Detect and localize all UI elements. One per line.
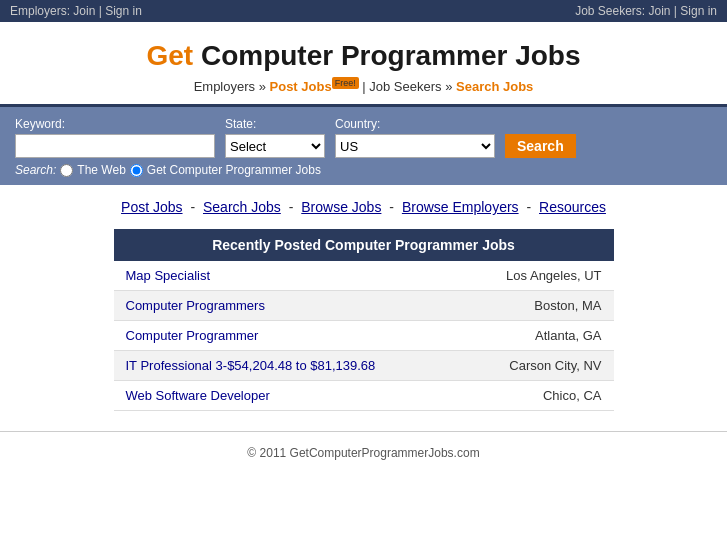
jobseekers-label: Job Seekers — [369, 79, 441, 94]
job-title-cell: Computer Programmer — [114, 321, 462, 351]
job-location: Los Angeles, UT — [462, 261, 614, 291]
search-section: Keyword: State: Select Country: US Searc… — [0, 107, 727, 185]
job-title-cell: IT Professional 3-$54,204.48 to $81,139.… — [114, 351, 462, 381]
nav-links: Post Jobs - Search Jobs - Browse Jobs - … — [0, 185, 727, 229]
nav-browse-jobs[interactable]: Browse Jobs — [301, 199, 381, 215]
nav-browse-employers[interactable]: Browse Employers — [402, 199, 519, 215]
job-title-link[interactable]: Map Specialist — [126, 268, 211, 283]
employers-label: Employers — [194, 79, 255, 94]
search-button[interactable]: Search — [505, 134, 576, 158]
radio-web-label: The Web — [77, 163, 125, 177]
radio-site-label: Get Computer Programmer Jobs — [147, 163, 321, 177]
table-row: Computer Programmers Boston, MA — [114, 291, 614, 321]
state-select[interactable]: Select — [225, 134, 325, 158]
title-get: Get — [146, 40, 193, 71]
post-jobs-link[interactable]: Post Jobs — [270, 79, 332, 94]
country-field: Country: US — [335, 117, 495, 158]
job-title-cell: Web Software Developer — [114, 381, 462, 411]
search-row: Keyword: State: Select Country: US Searc… — [15, 117, 712, 158]
table-row: Computer Programmer Atlanta, GA — [114, 321, 614, 351]
site-title: Get Computer Programmer Jobs — [10, 40, 717, 72]
header-links: Employers » Post JobsFree! | Job Seekers… — [10, 78, 717, 94]
keyword-input[interactable] — [15, 134, 215, 158]
table-row: IT Professional 3-$54,204.48 to $81,139.… — [114, 351, 614, 381]
table-row: Web Software Developer Chico, CA — [114, 381, 614, 411]
job-location: Carson City, NV — [462, 351, 614, 381]
footer: © 2011 GetComputerProgrammerJobs.com — [0, 431, 727, 474]
job-title-link[interactable]: IT Professional 3-$54,204.48 to $81,139.… — [126, 358, 376, 373]
employers-topbar: Employers: Join | Sign in — [10, 4, 142, 18]
title-rest: Computer Programmer Jobs — [193, 40, 580, 71]
job-location: Chico, CA — [462, 381, 614, 411]
header: Get Computer Programmer Jobs Employers »… — [0, 22, 727, 107]
search-jobs-header-link[interactable]: Search Jobs — [456, 79, 533, 94]
job-location: Atlanta, GA — [462, 321, 614, 351]
keyword-field: Keyword: — [15, 117, 215, 158]
search-radio-label: Search: — [15, 163, 56, 177]
table-row: Map Specialist Los Angeles, UT — [114, 261, 614, 291]
nav-search-jobs[interactable]: Search Jobs — [203, 199, 281, 215]
country-label: Country: — [335, 117, 495, 131]
nav-resources[interactable]: Resources — [539, 199, 606, 215]
jobs-table-header: Recently Posted Computer Programmer Jobs — [114, 229, 614, 261]
state-label: State: — [225, 117, 325, 131]
radio-site[interactable] — [130, 164, 143, 177]
nav-post-jobs[interactable]: Post Jobs — [121, 199, 182, 215]
country-select[interactable]: US — [335, 134, 495, 158]
state-field: State: Select — [225, 117, 325, 158]
top-bar: Employers: Join | Sign in Job Seekers: J… — [0, 0, 727, 22]
job-location: Boston, MA — [462, 291, 614, 321]
jobseekers-topbar: Job Seekers: Join | Sign in — [575, 4, 717, 18]
jobs-table: Recently Posted Computer Programmer Jobs… — [114, 229, 614, 411]
job-title-link[interactable]: Computer Programmer — [126, 328, 259, 343]
radio-web[interactable] — [60, 164, 73, 177]
job-title-link[interactable]: Web Software Developer — [126, 388, 270, 403]
keyword-label: Keyword: — [15, 117, 215, 131]
job-title-cell: Map Specialist — [114, 261, 462, 291]
job-title-link[interactable]: Computer Programmers — [126, 298, 265, 313]
job-title-cell: Computer Programmers — [114, 291, 462, 321]
search-radio-row: Search: The Web Get Computer Programmer … — [15, 163, 712, 177]
jobs-section: Recently Posted Computer Programmer Jobs… — [114, 229, 614, 411]
free-badge: Free! — [332, 77, 359, 89]
copyright: © 2011 GetComputerProgrammerJobs.com — [247, 446, 479, 460]
